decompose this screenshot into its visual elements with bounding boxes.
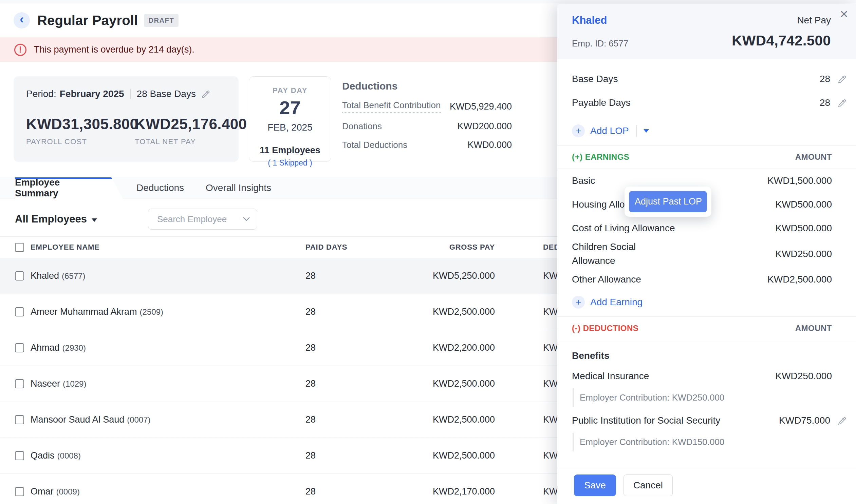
deduction-summary-row: Total Benefit Contribution KWD5,929.400: [342, 100, 512, 113]
tab-deductions[interactable]: Deductions: [128, 177, 192, 198]
row-checkbox[interactable]: [15, 307, 24, 317]
skipped-count[interactable]: ( 1 Skipped ): [268, 158, 312, 167]
benefits-title: Benefits: [557, 346, 856, 365]
search-employee-input[interactable]: [156, 214, 243, 225]
top-strip: [0, 0, 856, 3]
total-net-pay-value: KWD25,176.400: [135, 116, 243, 132]
paid-days: 28: [273, 450, 358, 461]
base-days-row: Base Days 28: [557, 67, 856, 91]
adjust-past-lop-button[interactable]: Adjust Past LOP: [629, 191, 707, 212]
deduction-summary-row: Total Deductions KWD0.000: [342, 140, 512, 150]
deductions-summary: Deductions Total Benefit Contribution KW…: [342, 76, 512, 150]
employee-id: (0009): [56, 487, 80, 496]
tab-employee-summary[interactable]: Employee Summary: [15, 177, 123, 198]
employee-id: (1029): [63, 379, 86, 388]
row-checkbox[interactable]: [15, 451, 24, 460]
period-card: Period: February 2025 28 Base Days KWD31…: [14, 76, 239, 162]
employee-name: Qadis(0008): [31, 450, 273, 461]
employee-id: (2509): [140, 307, 163, 317]
net-pay-label: Net Pay: [797, 15, 831, 26]
total-benefit-contribution-label[interactable]: Total Benefit Contribution: [342, 100, 441, 113]
close-icon[interactable]: ✕: [839, 9, 849, 20]
row-checkbox[interactable]: [15, 379, 24, 388]
back-button[interactable]: ‹: [14, 12, 30, 29]
add-lop-dropdown-caret-icon[interactable]: [644, 129, 649, 132]
panel-body: Base Days 28 Payable Days 28 + Add LOP A…: [557, 59, 856, 467]
period-value: February 2025: [60, 89, 124, 100]
total-benefit-contribution-value: KWD5,929.400: [450, 102, 512, 112]
employee-id: (0007): [127, 415, 150, 424]
earning-label: Basic: [572, 174, 595, 188]
deduction-value: KWD250.000: [775, 371, 832, 381]
panel-header: ✕ Khaled Net Pay Emp. ID: 6577 KWD4,742.…: [557, 4, 856, 59]
edit-period-icon[interactable]: [200, 89, 211, 99]
row-checkbox[interactable]: [15, 487, 24, 496]
save-button[interactable]: Save: [574, 474, 616, 496]
paid-days: 28: [273, 378, 358, 389]
panel-employee-name[interactable]: Khaled: [572, 14, 607, 26]
deduction-label: Public Institution for Social Security: [572, 415, 779, 426]
divider: [636, 125, 637, 137]
edit-deduction-icon[interactable]: [837, 415, 847, 426]
chevron-down-icon: [243, 217, 250, 221]
deduction-row: Public Institution for Social Security K…: [557, 410, 856, 431]
donations-label: Donations: [342, 121, 382, 131]
search-employee-box[interactable]: [148, 209, 257, 230]
cancel-button[interactable]: Cancel: [624, 474, 673, 496]
payable-days-value: 28: [820, 97, 830, 108]
payday-date: FEB, 2025: [267, 122, 312, 133]
payroll-cost-block: KWD31,305.800 PAYROLL COST: [26, 116, 135, 146]
gross-pay: KWD2,200.000: [358, 343, 510, 353]
earning-row: Children Social Allowance KWD250.000: [557, 240, 856, 268]
earning-label: Children Social Allowance: [572, 240, 652, 268]
tab-overall-insights[interactable]: Overall Insights: [197, 177, 279, 198]
edit-base-days-icon[interactable]: [837, 74, 847, 84]
add-lop-button[interactable]: Add LOP: [590, 126, 629, 136]
gross-pay: KWD2,500.000: [358, 450, 510, 461]
deduction-row: Medical Insurance KWD250.000: [557, 365, 856, 387]
period-label: Period:: [26, 89, 56, 100]
employee-scope-label: All Employees: [15, 213, 87, 225]
deduction-label: Medical Insurance: [572, 371, 775, 381]
gross-pay: KWD5,250.000: [358, 271, 510, 281]
employees-count: 11 Employees: [260, 145, 320, 156]
earnings-section-header: (+) EARNINGS AMOUNT: [557, 145, 856, 169]
plus-icon[interactable]: +: [572, 296, 585, 309]
paid-days: 28: [273, 307, 358, 317]
add-earning-row: + Add Earning: [557, 291, 856, 313]
employee-name: Mansoor Saud Al Saud(0007): [31, 414, 273, 425]
row-checkbox[interactable]: [15, 415, 24, 424]
row-checkbox[interactable]: [15, 271, 24, 281]
employee-detail-panel: ✕ Khaled Net Pay Emp. ID: 6577 KWD4,742.…: [557, 4, 856, 504]
alert-message: This payment is overdue by 214 day(s).: [34, 44, 194, 55]
col-paid-days: PAID DAYS: [273, 243, 358, 252]
payroll-cost-value: KWD31,305.800: [26, 116, 135, 132]
select-all-checkbox[interactable]: [15, 243, 24, 252]
amount-header-label: AMOUNT: [795, 324, 832, 333]
base-days-value: 28: [820, 74, 830, 85]
page-title: Regular Payroll: [37, 13, 138, 28]
employee-name: Omar(0009): [31, 486, 273, 497]
col-employee-name: EMPLOYEE NAME: [31, 243, 273, 252]
edit-payable-days-icon[interactable]: [837, 98, 847, 108]
employer-contribution-note: Employer Contribution: KWD150.000: [573, 433, 832, 451]
employee-name: Khaled(6577): [31, 271, 273, 281]
payday-day: 27: [279, 98, 300, 118]
earning-label: Other Allowance: [572, 273, 641, 287]
plus-icon[interactable]: +: [572, 125, 585, 137]
deductions-header-label: (-) DEDUCTIONS: [572, 324, 639, 333]
deductions-summary-title: Deductions: [342, 80, 512, 92]
earnings-header-label: (+) EARNINGS: [572, 152, 629, 162]
row-checkbox[interactable]: [15, 343, 24, 353]
earning-row: Other Allowance KWD2,500.000: [557, 268, 856, 291]
employee-scope-dropdown[interactable]: All Employees: [15, 213, 97, 225]
status-badge: DRAFT: [144, 14, 178, 27]
amount-header-label: AMOUNT: [795, 152, 832, 162]
gross-pay: KWD2,500.000: [358, 307, 510, 317]
panel-footer: Save Cancel: [557, 467, 856, 504]
earning-value: KWD2,500.000: [767, 274, 832, 285]
earning-value: KWD500.000: [775, 223, 832, 234]
paid-days: 28: [273, 271, 358, 281]
add-earning-button[interactable]: Add Earning: [590, 297, 643, 308]
caret-down-icon: [92, 218, 97, 222]
